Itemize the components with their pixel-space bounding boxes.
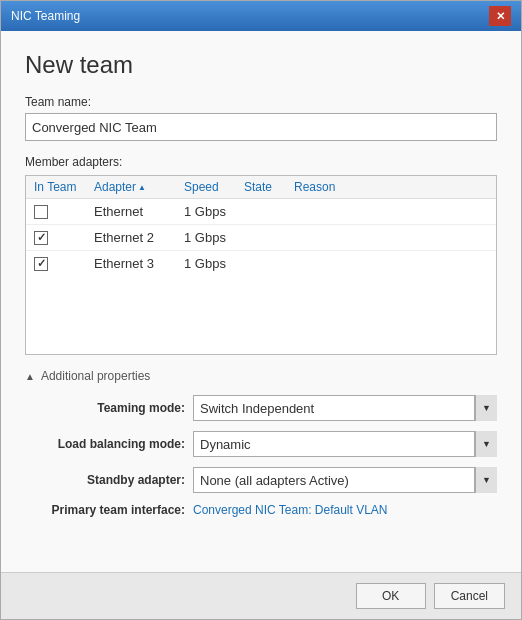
- table-row: Ethernet 1 Gbps: [26, 199, 496, 225]
- col-header-inteam: In Team: [34, 180, 94, 194]
- ok-button[interactable]: OK: [356, 583, 426, 609]
- teaming-mode-dropdown[interactable]: Switch Independent: [193, 395, 475, 421]
- props-grid: Teaming mode: Switch Independent ▼ Load …: [25, 395, 497, 517]
- teaming-mode-arrow[interactable]: ▼: [475, 395, 497, 421]
- row1-adapter-name: Ethernet: [94, 204, 184, 219]
- load-balancing-arrow[interactable]: ▼: [475, 431, 497, 457]
- additional-props-toggle[interactable]: ▲ Additional properties: [25, 369, 497, 383]
- load-balancing-dropdown-wrapper: Dynamic ▼: [193, 431, 497, 457]
- table-row: Ethernet 3 1 Gbps: [26, 251, 496, 276]
- row3-checkbox[interactable]: [34, 257, 48, 271]
- adapters-table: In Team Adapter ▲ Speed State Reason Eth…: [25, 175, 497, 355]
- row3-adapter-name: Ethernet 3: [94, 256, 184, 271]
- primary-interface-label: Primary team interface:: [25, 503, 185, 517]
- load-balancing-label: Load balancing mode:: [25, 437, 185, 451]
- row2-checkbox-cell[interactable]: [34, 231, 94, 245]
- standby-adapter-arrow[interactable]: ▼: [475, 467, 497, 493]
- standby-adapter-dropdown[interactable]: None (all adapters Active): [193, 467, 475, 493]
- col-header-adapter: Adapter ▲: [94, 180, 184, 194]
- load-balancing-dropdown[interactable]: Dynamic: [193, 431, 475, 457]
- col-header-state: State: [244, 180, 294, 194]
- member-adapters-label: Member adapters:: [25, 155, 497, 169]
- dialog-window: NIC Teaming ✕ New team Team name: Member…: [0, 0, 522, 620]
- cancel-button[interactable]: Cancel: [434, 583, 505, 609]
- primary-interface-link[interactable]: Converged NIC Team: Default VLAN: [193, 503, 497, 517]
- row3-checkbox-cell[interactable]: [34, 257, 94, 271]
- row1-speed: 1 Gbps: [184, 204, 244, 219]
- page-title: New team: [25, 51, 497, 79]
- teaming-mode-dropdown-wrapper: Switch Independent ▼: [193, 395, 497, 421]
- teaming-mode-label: Teaming mode:: [25, 401, 185, 415]
- row2-checkbox[interactable]: [34, 231, 48, 245]
- row1-checkbox[interactable]: [34, 205, 48, 219]
- standby-adapter-dropdown-wrapper: None (all adapters Active) ▼: [193, 467, 497, 493]
- col-header-reason: Reason: [294, 180, 488, 194]
- table-header: In Team Adapter ▲ Speed State Reason: [26, 176, 496, 199]
- expand-icon: ▲: [25, 371, 35, 382]
- title-bar-text: NIC Teaming: [11, 9, 80, 23]
- row2-speed: 1 Gbps: [184, 230, 244, 245]
- sort-arrow-icon: ▲: [138, 183, 146, 192]
- close-button[interactable]: ✕: [489, 6, 511, 26]
- dialog-body: New team Team name: Member adapters: In …: [1, 31, 521, 572]
- col-header-speed: Speed: [184, 180, 244, 194]
- team-name-input[interactable]: [25, 113, 497, 141]
- row3-speed: 1 Gbps: [184, 256, 244, 271]
- additional-props-label: Additional properties: [41, 369, 150, 383]
- table-row: Ethernet 2 1 Gbps: [26, 225, 496, 251]
- team-name-label: Team name:: [25, 95, 497, 109]
- row2-adapter-name: Ethernet 2: [94, 230, 184, 245]
- row1-checkbox-cell[interactable]: [34, 205, 94, 219]
- dialog-footer: OK Cancel: [1, 572, 521, 619]
- title-bar: NIC Teaming ✕: [1, 1, 521, 31]
- standby-adapter-label: Standby adapter:: [25, 473, 185, 487]
